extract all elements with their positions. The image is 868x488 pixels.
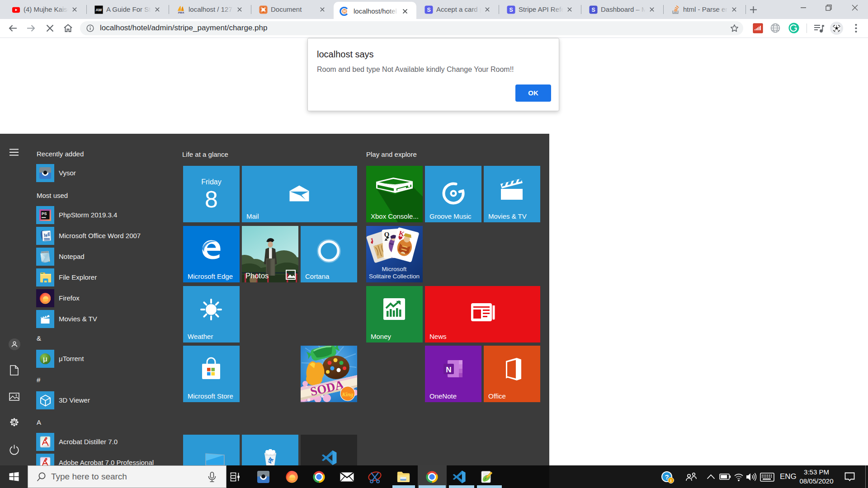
svg-text:PMA: PMA: [178, 11, 184, 14]
svg-text:μ: μ: [43, 355, 47, 363]
svg-text:PS: PS: [42, 211, 47, 216]
svg-text:i: i: [670, 479, 672, 483]
svg-text:S: S: [509, 7, 513, 13]
svg-text:Microsoft: Microsoft: [382, 266, 407, 272]
svg-text:Solitaire Collection: Solitaire Collection: [369, 273, 420, 280]
svg-text:S: S: [427, 7, 430, 13]
svg-text:Photos: Photos: [245, 272, 269, 280]
svg-text:N: N: [446, 366, 451, 374]
svg-text:S: S: [591, 7, 595, 13]
svg-text:AW: AW: [96, 8, 103, 12]
svg-text:King: King: [341, 391, 353, 398]
